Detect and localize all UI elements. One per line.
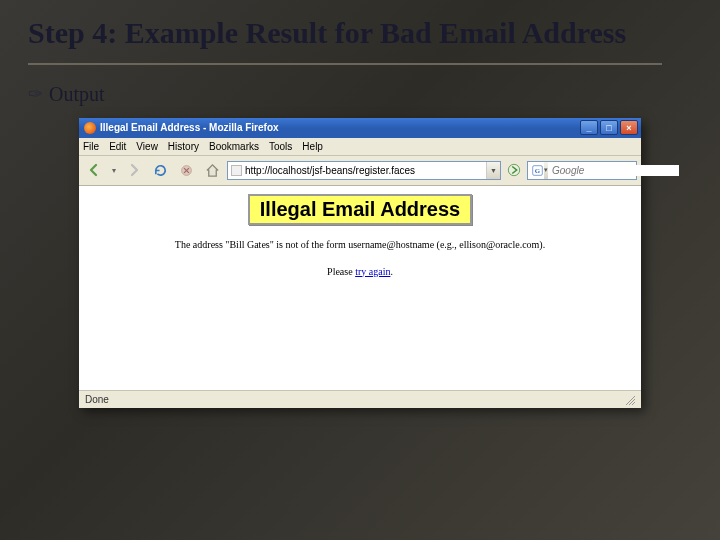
error-heading: Illegal Email Address xyxy=(248,194,472,225)
slide-title: Step 4: Example Result for Bad Email Add… xyxy=(0,0,720,57)
url-box[interactable]: ▼ xyxy=(227,161,501,180)
forward-button[interactable] xyxy=(123,159,145,181)
search-input[interactable] xyxy=(552,165,679,176)
svg-text:G: G xyxy=(534,167,540,174)
page-icon xyxy=(231,165,242,176)
bullet-row: ✑ Output xyxy=(0,65,720,106)
stop-button[interactable] xyxy=(175,159,197,181)
toolbar: ▾ ▼ G ▾ xyxy=(79,156,641,186)
menu-edit[interactable]: Edit xyxy=(109,141,126,152)
maximize-button[interactable]: □ xyxy=(600,120,618,135)
back-button[interactable] xyxy=(83,159,105,181)
page-content: Illegal Email Address The address "Bill … xyxy=(79,186,641,390)
menu-history[interactable]: History xyxy=(168,141,199,152)
google-icon[interactable]: G xyxy=(531,164,543,176)
try-again-link[interactable]: try again xyxy=(355,266,390,277)
retry-suffix: . xyxy=(390,266,393,277)
window-buttons: _ □ × xyxy=(580,120,638,135)
menu-bar: File Edit View History Bookmarks Tools H… xyxy=(79,138,641,156)
bullet-text: Output xyxy=(49,83,105,106)
menu-bookmarks[interactable]: Bookmarks xyxy=(209,141,259,152)
search-box[interactable]: G ▾ xyxy=(527,161,637,180)
close-button[interactable]: × xyxy=(620,120,638,135)
firefox-icon xyxy=(84,122,96,134)
menu-tools[interactable]: Tools xyxy=(269,141,292,152)
svg-point-1 xyxy=(508,164,519,175)
back-dropdown[interactable]: ▾ xyxy=(109,159,119,181)
retry-prefix: Please xyxy=(327,266,355,277)
status-text: Done xyxy=(85,394,109,405)
resize-grip[interactable] xyxy=(623,393,635,405)
menu-file[interactable]: File xyxy=(83,141,99,152)
home-button[interactable] xyxy=(201,159,223,181)
url-input[interactable] xyxy=(245,165,483,176)
url-dropdown[interactable]: ▼ xyxy=(486,162,500,179)
bullet-icon: ✑ xyxy=(28,83,43,105)
go-button[interactable] xyxy=(505,161,523,179)
search-engine-dropdown[interactable]: ▾ xyxy=(544,162,548,179)
reload-button[interactable] xyxy=(149,159,171,181)
browser-window: Illegal Email Address - Mozilla Firefox … xyxy=(79,118,641,408)
status-bar: Done xyxy=(79,390,641,408)
window-title: Illegal Email Address - Mozilla Firefox xyxy=(100,122,580,133)
menu-help[interactable]: Help xyxy=(302,141,323,152)
minimize-button[interactable]: _ xyxy=(580,120,598,135)
menu-view[interactable]: View xyxy=(136,141,158,152)
retry-line: Please try again. xyxy=(89,266,631,277)
titlebar[interactable]: Illegal Email Address - Mozilla Firefox … xyxy=(79,118,641,138)
error-message: The address "Bill Gates" is not of the f… xyxy=(89,239,631,250)
